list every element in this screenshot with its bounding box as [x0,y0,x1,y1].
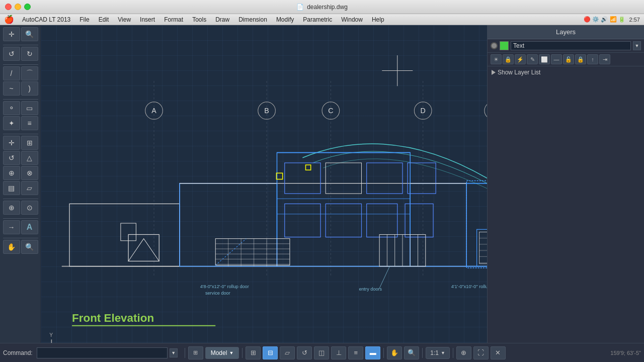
layer-icon-8[interactable]: 🔒 [575,54,586,64]
text-tool[interactable]: A [21,220,38,234]
rect-tool[interactable]: ▭ [21,101,38,115]
snap2-tool[interactable]: ⊙ [21,201,38,215]
hatch-tool[interactable]: ✦ [3,116,20,130]
ducs-icon[interactable]: ≡ [348,346,363,359]
expand-icon [492,70,496,75]
layer-icon-6[interactable]: — [551,54,562,64]
zoom-tool[interactable]: 🔍 [21,27,38,41]
scale-display[interactable]: 1:1 ▼ [426,347,450,359]
divider [3,238,38,238]
menu-dimension[interactable]: Dimension [234,15,271,24]
divider [3,64,38,65]
svg-rect-33 [285,163,320,194]
gradient-tool[interactable]: ≡ [21,116,38,130]
realtime-zoom[interactable]: 🔍 [21,240,38,254]
close-button[interactable] [5,4,12,10]
layer-icon-1[interactable]: ☀ [491,54,502,64]
realtime-pan[interactable]: ✋ [3,240,20,254]
layer-icon-5[interactable]: ⬜ [539,54,550,64]
show-layer-list[interactable]: Show Layer List [488,66,644,78]
toolbar-row: ▤ ▱ [3,181,38,195]
array-tool[interactable]: ▤ [3,181,20,195]
undo-tool[interactable]: ↺ [3,47,20,61]
toolbar-row: ✦ ≡ [3,116,38,130]
layer-status-dot[interactable] [491,42,498,49]
model-tab[interactable]: Model ▼ [205,347,239,359]
polyline-tool[interactable]: ~ [3,81,20,96]
menu-insert[interactable]: Insert [136,15,159,24]
layers-icon-bar: ☀ 🔒 ⚡ ✎ ⬜ — 🔓 🔒 ↑ ⇥ [488,53,644,66]
fullscreen-icon[interactable]: ⛶ [473,346,489,359]
snap-grid-icon[interactable]: ⊟ [263,346,278,359]
offset-tool[interactable]: ⊗ [21,166,38,180]
menu-autocad[interactable]: AutoCAD LT 2013 [18,15,74,24]
left-toolbar: ✛ 🔍 ↺ ↻ / ⌒ ~ ) ⚬ ▭ [0,25,41,362]
svg-rect-24 [69,204,180,266]
osnap-icon[interactable]: ◫ [314,346,329,359]
menu-window[interactable]: Window [337,15,367,24]
pan-tool[interactable]: ✛ [3,27,20,41]
close-viewport-icon[interactable]: ✕ [491,346,506,359]
line-tool[interactable]: / [3,66,20,80]
svg-rect-37 [285,204,320,237]
layer-name[interactable]: Text [511,41,631,50]
rotate-tool[interactable]: ↺ [3,151,20,165]
scale-tool[interactable]: △ [21,151,38,165]
menu-draw[interactable]: Draw [211,15,233,24]
scale-dropdown[interactable]: ▼ [441,350,445,355]
layer-color[interactable] [500,41,509,50]
grid-icon[interactable]: ⊞ [246,346,261,359]
layer-icon-9[interactable]: ↑ [587,54,598,64]
arc-tool[interactable]: ⌒ [21,66,38,80]
mirror-tool[interactable]: ⊕ [3,166,20,180]
menu-file[interactable]: File [75,15,93,24]
window-controls[interactable] [5,4,31,10]
menu-parametric[interactable]: Parametric [299,15,336,24]
svg-text:D: D [421,107,426,115]
layer-icon-4[interactable]: ✎ [527,54,538,64]
lineweight-icon[interactable]: ▬ [365,346,380,359]
circle-tool[interactable]: ⚬ [3,101,20,115]
otrack-icon[interactable]: ⊥ [331,346,346,359]
layer-icon-7[interactable]: 🔓 [563,54,574,64]
system-icons: 🔴 ⚙️ 🔊 📶 🔋 [584,16,625,23]
redo-tool[interactable]: ↻ [21,47,38,61]
polar-icon[interactable]: ↺ [297,346,312,359]
model-dropdown[interactable]: ▼ [229,350,233,355]
menu-edit[interactable]: Edit [95,15,113,24]
apple-menu[interactable]: 🍎 [4,15,14,24]
divider [3,199,38,199]
svg-text:4'1'-0"x10'-0" rollup door: 4'1'-0"x10'-0" rollup door [451,284,487,289]
menu-format[interactable]: Format [160,15,187,24]
command-dropdown[interactable]: ▼ [170,348,178,357]
svg-rect-49 [215,239,290,265]
command-input[interactable] [37,347,168,358]
ortho-icon[interactable]: ▱ [280,346,295,359]
minimize-button[interactable] [15,4,21,10]
toolbar-section-move: ✛ 🔍 [0,27,41,42]
layer-icon-10[interactable]: ⇥ [599,54,610,64]
menu-modify[interactable]: Modify [272,15,298,24]
pan-status-icon[interactable]: ✋ [387,346,402,359]
clock: 2:57 [629,17,640,23]
menu-view[interactable]: View [114,15,135,24]
menu-tools[interactable]: Tools [188,15,210,24]
layer-dropdown[interactable]: ▼ [633,41,641,50]
workspace-icon[interactable]: ⊕ [456,346,471,359]
move-tool[interactable]: ✛ [3,136,20,150]
spline-tool[interactable]: ) [21,81,38,96]
layer-icon-2[interactable]: 🔒 [503,54,514,64]
properties-tool[interactable]: → [3,220,20,234]
viewport-icon[interactable]: ⊞ [188,346,203,359]
canvas-area[interactable]: A B C D E F G [41,25,487,362]
snap-tool[interactable]: ⊕ [3,201,20,215]
maximize-button[interactable] [24,4,31,10]
main-layout: ✛ 🔍 ↺ ↻ / ⌒ ~ ) ⚬ ▭ [0,25,644,362]
zoom-status-icon[interactable]: 🔍 [404,346,419,359]
toolbar-section-view: ✋ 🔍 [0,240,41,255]
menu-help[interactable]: Help [368,15,388,24]
copy-tool[interactable]: ⊞ [21,136,38,150]
layer-icon-3[interactable]: ⚡ [515,54,526,64]
stretch-tool[interactable]: ▱ [21,181,38,195]
svg-text:C: C [328,107,333,115]
